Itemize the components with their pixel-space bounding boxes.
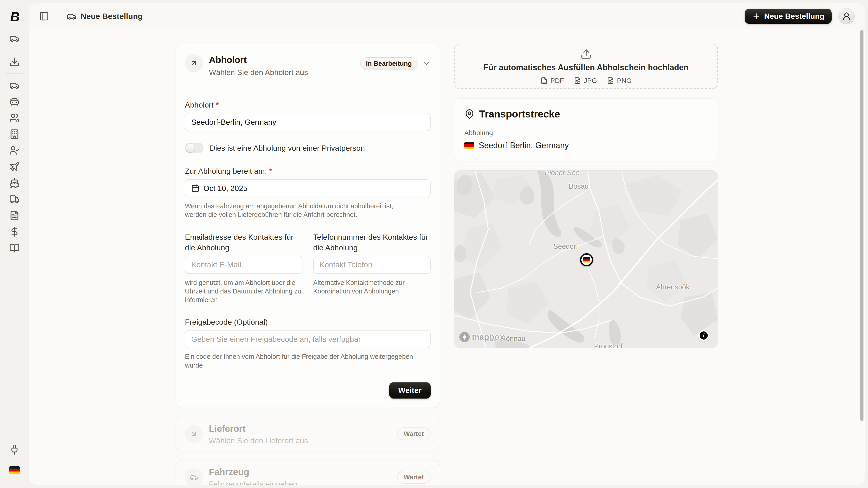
status-badge: Wartet xyxy=(397,427,431,440)
contact-phone-help: Alternative Kontaktmethode zur Koordinat… xyxy=(313,278,431,296)
mapbox-logo[interactable]: ✦ mapbox xyxy=(459,332,504,342)
abholort-step-card: Abholort Wählen Sie den Abholort aus In … xyxy=(176,43,440,408)
abholort-input[interactable] xyxy=(191,118,424,127)
page-content: Abholort Wählen Sie den Abholort aus In … xyxy=(29,29,865,484)
contact-email-input[interactable] xyxy=(191,260,296,269)
upload-formats: PDF JPG PNG xyxy=(540,77,631,85)
upload-title: Für automatisches Ausfüllen Abholschein … xyxy=(484,63,688,72)
info-icon: i xyxy=(700,331,708,339)
order-form-column: Abholort Wählen Sie den Abholort aus In … xyxy=(176,43,440,485)
plus-icon xyxy=(752,12,761,21)
ready-date-label: Zur Abholung bereit am: * xyxy=(185,167,272,175)
ship-icon[interactable] xyxy=(9,178,20,188)
ready-date-field[interactable] xyxy=(185,179,431,197)
status-badge: In Bearbeitung xyxy=(360,57,417,70)
file-image-icon xyxy=(574,77,581,84)
app-logo: B xyxy=(10,9,19,24)
germany-flag-icon xyxy=(464,142,474,149)
step-subtitle: Wählen Sie den Abholort aus xyxy=(209,68,308,77)
route-title: Transportstrecke xyxy=(479,108,560,120)
users-icon[interactable] xyxy=(9,113,20,123)
car-icon xyxy=(190,473,198,482)
step-title: Abholort xyxy=(209,55,308,65)
route-map[interactable]: Plöner See Bosau Seedorf Ahrensbök Klein… xyxy=(454,170,718,348)
fahrzeug-step-card[interactable]: Fahrzeug Fahrzeugdetails eingeben Wartet xyxy=(176,460,440,485)
contact-phone-label: Telefonnummer des Kontaktes für die Abho… xyxy=(313,232,431,254)
page-title: Neue Bestellung xyxy=(81,12,143,21)
file-image-icon xyxy=(607,77,614,84)
mapbox-logo-icon: ✦ xyxy=(459,332,470,342)
plane-icon[interactable] xyxy=(9,162,20,172)
map-pin-icon xyxy=(464,109,475,119)
sidebar: B xyxy=(0,0,29,488)
car-icon[interactable] xyxy=(9,33,20,43)
step-circle xyxy=(185,468,203,485)
building-icon[interactable] xyxy=(9,129,20,139)
summary-column: Für automatisches Ausfüllen Abholschein … xyxy=(454,43,718,348)
map-attribution-button[interactable]: i xyxy=(698,330,709,341)
car-icon[interactable] xyxy=(9,80,20,91)
dollar-sign-icon[interactable] xyxy=(9,227,20,237)
header-divider xyxy=(58,10,58,22)
breadcrumb: Neue Bestellung xyxy=(67,11,143,21)
transportstrecke-card: Transportstrecke Abholung Seedorf-Berlin… xyxy=(454,98,718,161)
step-title: Fahrzeug xyxy=(209,467,297,477)
app-header: Neue Bestellung Neue Bestellung xyxy=(29,3,865,29)
contact-email-label: Emailadresse des Kontaktes für die Abhol… xyxy=(185,232,303,254)
contact-phone-input[interactable] xyxy=(320,260,425,269)
pickup-label: Abholung xyxy=(464,129,708,137)
contact-email-group: Emailadresse des Kontaktes für die Abhol… xyxy=(185,232,303,304)
ready-date-help: Wenn das Fahrzeug am angegebenen Abholda… xyxy=(185,202,413,219)
truck-icon[interactable] xyxy=(9,194,20,204)
release-code-wrap xyxy=(185,330,431,348)
pickup-map-marker[interactable] xyxy=(580,253,593,266)
van-icon xyxy=(67,11,76,21)
weiter-button[interactable]: Weiter xyxy=(389,382,431,398)
contact-phone-wrap xyxy=(313,256,431,274)
sidebar-divider xyxy=(6,50,23,51)
abholort-field-label: Abholort * xyxy=(185,101,219,109)
upload-icon xyxy=(581,48,592,60)
main-panel: Neue Bestellung Neue Bestellung xyxy=(29,3,865,485)
status-badge: Wartet xyxy=(397,471,431,484)
sidebar-divider xyxy=(6,73,23,74)
car-front-icon[interactable] xyxy=(9,96,20,107)
abholort-input-wrap xyxy=(185,113,431,131)
arrow-down-right-icon xyxy=(190,430,198,438)
user-icon xyxy=(842,12,851,21)
file-text-icon xyxy=(540,77,548,84)
plug-icon[interactable] xyxy=(9,445,20,455)
vertical-scrollbar[interactable] xyxy=(860,30,864,421)
abholschein-upload-dropzone[interactable]: Für automatisches Ausfüllen Abholschein … xyxy=(454,43,718,89)
format-pdf: PDF xyxy=(540,77,564,85)
language-flag-germany[interactable] xyxy=(9,466,20,474)
download-icon[interactable] xyxy=(9,57,20,67)
format-jpg: JPG xyxy=(574,77,597,85)
step-title: Lieferort xyxy=(209,423,308,434)
private-person-toggle-label: Dies ist eine Abholung von einer Privatp… xyxy=(210,144,365,153)
contact-phone-group: Telefonnummer des Kontaktes für die Abho… xyxy=(313,232,431,304)
ready-date-input[interactable] xyxy=(204,184,424,193)
pickup-location: Seedorf-Berlin, Germany xyxy=(479,141,569,150)
new-order-button[interactable]: Neue Bestellung xyxy=(745,9,832,24)
book-open-icon[interactable] xyxy=(9,243,20,253)
user-menu-button[interactable] xyxy=(838,8,855,24)
sidebar-toggle-icon[interactable] xyxy=(39,11,49,21)
release-code-input[interactable] xyxy=(191,335,424,344)
release-code-label: Freigabecode (Optional) xyxy=(185,318,268,326)
calendar-icon xyxy=(191,184,199,192)
germany-flag-icon xyxy=(583,257,590,263)
chevron-down-icon[interactable] xyxy=(423,60,431,68)
step-subtitle: Fahrzeugdetails eingeben xyxy=(209,480,297,485)
format-png: PNG xyxy=(607,77,631,85)
step-subtitle: Wählen Sie den Lieferort aus xyxy=(209,436,308,445)
contact-email-help: wird genutzt, um am Abholort über die Uh… xyxy=(185,278,303,304)
contact-email-wrap xyxy=(185,256,303,274)
file-text-icon[interactable] xyxy=(9,210,20,221)
arrow-up-right-icon xyxy=(190,59,198,67)
user-check-icon[interactable] xyxy=(9,145,20,156)
lieferort-step-card[interactable]: Lieferort Wählen Sie den Lieferort aus W… xyxy=(176,417,440,451)
step-circle xyxy=(185,54,203,72)
private-person-toggle[interactable] xyxy=(185,143,204,153)
release-code-help: Ein code der Ihnen vom Abholort für die … xyxy=(185,352,431,369)
